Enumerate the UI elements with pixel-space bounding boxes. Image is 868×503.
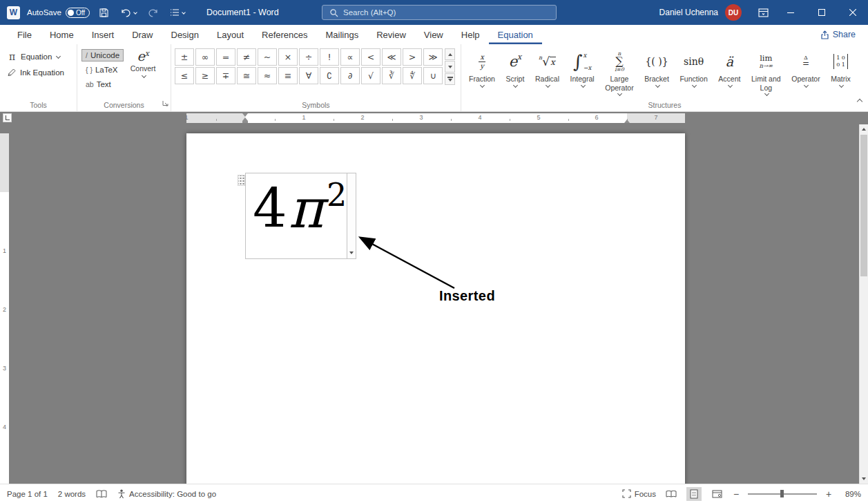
- vertical-scrollbar[interactable]: [859, 124, 868, 484]
- undo-button[interactable]: [118, 6, 139, 20]
- symbol-button[interactable]: ∁: [320, 67, 339, 84]
- redo-button[interactable]: [146, 6, 161, 20]
- structure-radical-button[interactable]: n√xRadical: [533, 48, 561, 96]
- first-line-indent-marker[interactable]: [242, 113, 248, 117]
- structure-large-operator-button[interactable]: n∑i=0LargeOperator: [603, 48, 635, 96]
- save-button[interactable]: [97, 6, 111, 20]
- share-button[interactable]: Share: [820, 30, 856, 39]
- symbol-button[interactable]: >: [403, 48, 422, 66]
- conversions-dialog-launcher[interactable]: [162, 97, 168, 109]
- symbol-button[interactable]: ≫: [423, 48, 443, 66]
- symbol-button[interactable]: ≈: [258, 67, 277, 84]
- tab-file[interactable]: File: [8, 25, 41, 44]
- symbol-button[interactable]: ×: [278, 48, 298, 66]
- tab-review[interactable]: Review: [367, 25, 415, 44]
- focus-button[interactable]: Focus: [622, 489, 656, 498]
- structure-matrix-button[interactable]: 1 00 1Matrix: [829, 48, 853, 96]
- close-button[interactable]: [837, 0, 868, 25]
- left-indent-marker[interactable]: [242, 121, 248, 123]
- symbol-button[interactable]: ∝: [340, 48, 360, 66]
- document-page[interactable]: 4 π 2 Inserted: [186, 133, 685, 484]
- symbol-button[interactable]: ≡: [278, 67, 298, 84]
- symbol-button[interactable]: ∀: [299, 67, 318, 84]
- symbol-button[interactable]: ÷: [299, 48, 318, 66]
- symbol-button[interactable]: ~: [258, 48, 277, 66]
- latex-button[interactable]: { } LaTeX: [81, 64, 124, 76]
- print-layout-button[interactable]: [686, 487, 702, 501]
- zoom-out-button[interactable]: −: [732, 489, 740, 499]
- avatar[interactable]: DU: [725, 4, 742, 21]
- structure-limit-and-log-button[interactable]: limn→∞Limit andLog: [749, 48, 783, 96]
- symbol-button[interactable]: ≠: [237, 48, 256, 66]
- symbol-button[interactable]: <: [361, 48, 380, 66]
- tab-layout[interactable]: Layout: [208, 25, 253, 44]
- ink-equation-button[interactable]: Ink Equation: [7, 64, 77, 80]
- symbol-button[interactable]: ±: [175, 48, 194, 66]
- symbol-button[interactable]: ∂: [340, 67, 360, 84]
- accessibility-status-button[interactable]: Accessibility: Good to go: [117, 489, 216, 499]
- tab-design[interactable]: Design: [162, 25, 208, 44]
- tab-stop-selector[interactable]: [3, 113, 12, 122]
- web-layout-button[interactable]: [709, 487, 724, 501]
- structure-accent-button[interactable]: äAccent: [716, 48, 742, 96]
- equation-object[interactable]: 4 π 2: [245, 173, 356, 259]
- proofing-status-button[interactable]: [96, 489, 107, 499]
- symbol-button[interactable]: !: [320, 48, 339, 66]
- equation-menu-button[interactable]: π Equation: [7, 48, 77, 64]
- symbol-button[interactable]: ∓: [216, 67, 235, 84]
- structure-fraction-button[interactable]: xyFraction: [467, 48, 497, 96]
- symbols-scroll-up-button[interactable]: [445, 48, 455, 60]
- tab-view[interactable]: View: [415, 25, 452, 44]
- read-mode-button[interactable]: [664, 487, 679, 501]
- structure-integral-button[interactable]: ∫x−xIntegral: [568, 48, 597, 96]
- structure-function-button[interactable]: sinθFunction: [677, 48, 709, 96]
- zoom-slider[interactable]: [748, 493, 817, 495]
- structure-script-button[interactable]: exScript: [504, 48, 527, 96]
- symbols-scroll-down-button[interactable]: [445, 61, 455, 73]
- symbol-button[interactable]: ∛: [382, 67, 401, 84]
- symbol-button[interactable]: ∜: [403, 67, 422, 84]
- zoom-level[interactable]: 89%: [840, 490, 861, 498]
- minimize-button[interactable]: [775, 0, 806, 25]
- zoom-slider-thumb[interactable]: [780, 490, 784, 497]
- ribbon-display-options-button[interactable]: [751, 0, 775, 25]
- tab-help[interactable]: Help: [452, 25, 489, 44]
- maximize-button[interactable]: [806, 0, 837, 25]
- symbol-button[interactable]: ≥: [195, 67, 215, 84]
- horizontal-ruler[interactable]: 11234567: [186, 113, 685, 123]
- scrollbar-thumb[interactable]: [860, 135, 867, 276]
- symbol-button[interactable]: ≪: [382, 48, 401, 66]
- symbols-more-button[interactable]: [445, 73, 455, 85]
- page-indicator[interactable]: Page 1 of 1: [7, 490, 48, 498]
- collapse-ribbon-button[interactable]: [858, 94, 862, 106]
- autosave-toggle[interactable]: AutoSave Off: [27, 8, 90, 18]
- tab-insert[interactable]: Insert: [83, 25, 124, 44]
- tab-home[interactable]: Home: [41, 25, 83, 44]
- text-button[interactable]: ab Text: [81, 78, 124, 91]
- equation-content[interactable]: 4 π 2: [246, 173, 347, 258]
- right-indent-marker[interactable]: [624, 120, 630, 123]
- tab-draw[interactable]: Draw: [123, 25, 162, 44]
- user-name[interactable]: Daniel Uchenna: [659, 8, 718, 17]
- symbol-button[interactable]: ≅: [237, 67, 256, 84]
- vertical-ruler[interactable]: 1234: [0, 133, 9, 484]
- customize-quick-access-button[interactable]: [168, 6, 187, 19]
- scroll-up-button[interactable]: [860, 124, 868, 134]
- unicode-button[interactable]: / Unicode: [81, 49, 124, 61]
- symbol-button[interactable]: √: [361, 67, 380, 84]
- structure-operator-button[interactable]: Δ=Operator: [789, 48, 822, 96]
- symbol-button[interactable]: ∞: [195, 48, 215, 66]
- symbol-button[interactable]: ≤: [175, 67, 194, 84]
- tab-mailings[interactable]: Mailings: [317, 25, 368, 44]
- symbol-button[interactable]: ∪: [423, 67, 443, 84]
- tab-equation[interactable]: Equation: [489, 25, 542, 44]
- search-input[interactable]: Search (Alt+Q): [322, 5, 557, 20]
- word-app-icon[interactable]: W: [7, 6, 20, 19]
- word-count[interactable]: 2 words: [58, 490, 86, 498]
- equation-grip-handle[interactable]: [238, 175, 245, 186]
- scroll-down-button[interactable]: [860, 474, 868, 484]
- tab-references[interactable]: References: [253, 25, 316, 44]
- symbol-button[interactable]: =: [216, 48, 235, 66]
- structure-bracket-button[interactable]: {( )}Bracket: [642, 48, 671, 96]
- zoom-in-button[interactable]: +: [824, 489, 833, 499]
